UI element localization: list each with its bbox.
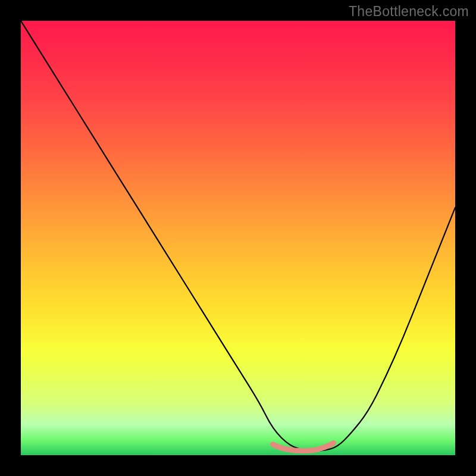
- series-bottleneck-curve: [21, 21, 455, 451]
- chart-svg: [21, 21, 455, 455]
- chart-stage: TheBottleneck.com: [0, 0, 476, 476]
- series-sweet-spot: [273, 443, 333, 451]
- series-layer: [21, 21, 455, 451]
- watermark-text: TheBottleneck.com: [349, 4, 469, 20]
- plot-area: [21, 21, 455, 455]
